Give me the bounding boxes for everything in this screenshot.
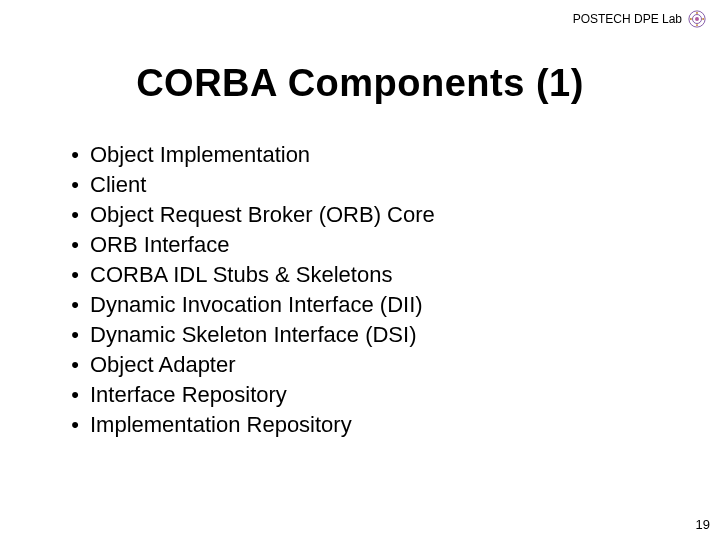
bullet-icon: • — [60, 260, 90, 290]
list-item-text: CORBA IDL Stubs & Skeletons — [90, 260, 392, 290]
bullet-icon: • — [60, 320, 90, 350]
slide-header: POSTECH DPE Lab — [573, 10, 706, 28]
list-item-text: Object Adapter — [90, 350, 236, 380]
list-item: • Implementation Repository — [60, 410, 680, 440]
list-item-text: Implementation Repository — [90, 410, 352, 440]
list-item-text: Dynamic Invocation Interface (DII) — [90, 290, 423, 320]
list-item-text: Dynamic Skeleton Interface (DSI) — [90, 320, 416, 350]
list-item: • Dynamic Invocation Interface (DII) — [60, 290, 680, 320]
svg-point-3 — [696, 12, 698, 14]
lab-logo-icon — [688, 10, 706, 28]
bullet-icon: • — [60, 200, 90, 230]
list-item-text: ORB Interface — [90, 230, 229, 260]
list-item: • CORBA IDL Stubs & Skeletons — [60, 260, 680, 290]
bullet-icon: • — [60, 230, 90, 260]
svg-point-2 — [695, 17, 699, 21]
list-item: • Object Request Broker (ORB) Core — [60, 200, 680, 230]
list-item: • Client — [60, 170, 680, 200]
lab-name: POSTECH DPE Lab — [573, 12, 682, 26]
svg-point-4 — [702, 18, 704, 20]
bullet-icon: • — [60, 380, 90, 410]
list-item-text: Client — [90, 170, 146, 200]
bullet-icon: • — [60, 350, 90, 380]
list-item: • Dynamic Skeleton Interface (DSI) — [60, 320, 680, 350]
bullet-list: • Object Implementation • Client • Objec… — [60, 140, 680, 440]
list-item-text: Object Request Broker (ORB) Core — [90, 200, 435, 230]
list-item: • Interface Repository — [60, 380, 680, 410]
list-item: • ORB Interface — [60, 230, 680, 260]
svg-point-6 — [690, 18, 692, 20]
page-number: 19 — [696, 517, 710, 532]
list-item-text: Object Implementation — [90, 140, 310, 170]
bullet-icon: • — [60, 170, 90, 200]
list-item: • Object Implementation — [60, 140, 680, 170]
list-item: • Object Adapter — [60, 350, 680, 380]
svg-point-5 — [696, 24, 698, 26]
bullet-icon: • — [60, 140, 90, 170]
bullet-icon: • — [60, 410, 90, 440]
list-item-text: Interface Repository — [90, 380, 287, 410]
slide-title: CORBA Components (1) — [0, 62, 720, 105]
bullet-icon: • — [60, 290, 90, 320]
